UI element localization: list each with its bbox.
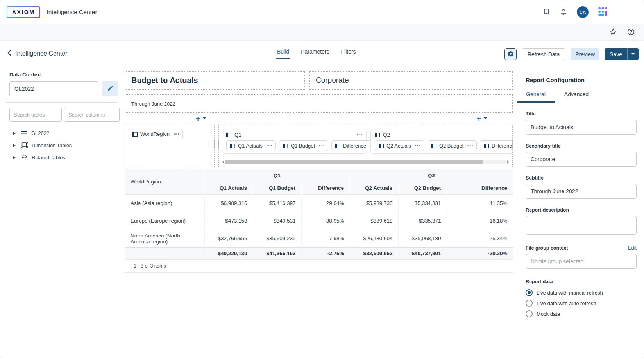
table-column-header: Difference xyxy=(447,182,513,194)
cell: 11.35% xyxy=(447,194,513,212)
preview-button[interactable]: Preview xyxy=(571,48,599,60)
totals-label xyxy=(125,247,204,259)
column-group-q2[interactable]: Q2 Q2 Actuals xyxy=(370,129,513,154)
add-row-dimension-control[interactable]: + xyxy=(196,115,206,122)
chip-label: Q1 Actuals xyxy=(238,143,263,149)
tab-filters[interactable]: Filters xyxy=(340,49,357,59)
column-dimensions-dropzone[interactable]: Q1 Q1 Actuals xyxy=(218,125,513,167)
avatar[interactable]: CA xyxy=(577,6,589,18)
column-group-q1[interactable]: Q1 Q1 Actuals xyxy=(222,129,367,154)
column-icon xyxy=(226,133,231,137)
subtitle-field-input[interactable] xyxy=(526,184,637,199)
search-columns-input[interactable] xyxy=(64,108,120,122)
scroll-right-icon[interactable] xyxy=(507,160,509,164)
radio-live-manual-refresh[interactable]: Live data with manual refresh xyxy=(526,289,637,296)
file-group-edit-link[interactable]: Edit xyxy=(628,245,637,251)
radio-unselected-icon[interactable] xyxy=(526,300,533,307)
row-dimensions-dropzone[interactable]: WorldRegion xyxy=(125,125,215,167)
radio-live-auto-refresh[interactable]: Live data with auto refresh xyxy=(526,300,637,307)
expand-caret-icon[interactable] xyxy=(13,132,16,135)
subtitle-block[interactable]: Through June 2022 xyxy=(125,94,513,113)
cell: $26,180,604 xyxy=(350,230,398,247)
plus-icon[interactable]: + xyxy=(196,115,200,122)
report-data-radio-group: Live data with manual refresh Live data … xyxy=(526,289,637,317)
scrollbar-thumb[interactable] xyxy=(225,160,483,164)
chip-q2-actuals[interactable]: Q2 Actuals xyxy=(375,140,424,151)
column-icon xyxy=(431,144,436,148)
tab-parameters[interactable]: Parameters xyxy=(300,49,330,59)
cell: 38.95% xyxy=(301,212,350,230)
add-column-dimension-control[interactable]: + xyxy=(477,115,487,122)
tree-item-label: GL2022 xyxy=(31,130,49,136)
chip-worldregion[interactable]: WorldRegion xyxy=(129,129,183,139)
column-icon xyxy=(132,132,138,137)
tree-item-dimension-tables[interactable]: Dimension Tables xyxy=(9,139,118,151)
settings-button[interactable] xyxy=(504,48,517,60)
radio-unselected-icon[interactable] xyxy=(526,310,533,317)
scroll-left-icon[interactable] xyxy=(222,160,224,164)
bookmark-button[interactable] xyxy=(542,8,550,17)
column-icon xyxy=(230,144,235,148)
chip-q2-difference[interactable]: Difference xyxy=(480,140,513,151)
secondary-title-field-input[interactable] xyxy=(526,152,637,167)
help-button[interactable] xyxy=(627,28,635,37)
table-column-header: Q1 Budget xyxy=(253,182,301,194)
tab-general[interactable]: General xyxy=(517,91,555,103)
chip-q1-actuals[interactable]: Q1 Actuals xyxy=(226,140,276,151)
description-field-textarea[interactable] xyxy=(526,216,637,235)
save-button-label[interactable]: Save xyxy=(605,48,627,60)
chip-q1-budget[interactable]: Q1 Budget xyxy=(279,140,328,151)
save-button[interactable]: Save xyxy=(605,48,639,60)
cell: $389,618 xyxy=(350,212,398,230)
search-tables-input[interactable] xyxy=(9,108,62,122)
total-cell: $40,229,130 xyxy=(204,247,253,259)
chip-label: Q2 Actuals xyxy=(386,143,411,149)
chevron-left-icon xyxy=(7,50,11,58)
app-grid-button[interactable] xyxy=(598,7,608,18)
chip-menu-button[interactable] xyxy=(174,133,179,135)
tab-build[interactable]: Build xyxy=(276,49,290,59)
table-group-header-q2: Q2 xyxy=(350,169,513,182)
chip-menu-button[interactable] xyxy=(467,145,473,146)
chip-menu-button[interactable] xyxy=(415,145,420,146)
scrollbar-track[interactable] xyxy=(225,160,506,164)
edit-context-button[interactable] xyxy=(102,81,118,96)
file-group-input[interactable] xyxy=(526,254,637,269)
axiom-logo-text: AXIOM xyxy=(7,7,39,17)
radio-label: Mock data xyxy=(537,311,560,317)
expand-caret-icon[interactable] xyxy=(13,144,16,147)
column-icon xyxy=(335,144,340,148)
back-link[interactable]: Intelligence Center xyxy=(7,50,67,58)
chip-q2-budget[interactable]: Q2 Budget xyxy=(428,140,477,151)
group-menu-button[interactable] xyxy=(357,134,362,135)
plus-icon[interactable]: + xyxy=(477,115,481,122)
data-context-input[interactable] xyxy=(9,81,98,96)
refresh-data-button[interactable]: Refresh Data xyxy=(522,48,565,60)
chevron-down-icon[interactable] xyxy=(484,117,487,119)
cell: $473,158 xyxy=(204,212,253,230)
notifications-button[interactable] xyxy=(560,8,567,17)
config-tabs: General Advanced xyxy=(517,91,637,103)
chip-menu-button[interactable] xyxy=(267,145,272,146)
tab-advanced[interactable]: Advanced xyxy=(555,91,598,103)
tree-item-related-tables[interactable]: Related Tables xyxy=(9,151,118,164)
tree-item-gl2022[interactable]: GL2022 xyxy=(9,127,118,139)
save-menu-button[interactable] xyxy=(628,48,639,60)
cell: $6,989,316 xyxy=(204,194,253,212)
axiom-logo[interactable]: AXIOM xyxy=(7,6,40,18)
columns-horizontal-scrollbar[interactable] xyxy=(222,159,509,164)
expand-caret-icon[interactable] xyxy=(13,156,16,159)
secondary-title-block[interactable]: Corporate xyxy=(309,71,513,90)
table-column-header: Difference xyxy=(301,182,350,194)
column-icon xyxy=(484,144,489,148)
report-title-block[interactable]: Budget to Actuals xyxy=(125,71,305,90)
report-tabs: Build Parameters Filters xyxy=(276,49,357,59)
favorite-button[interactable] xyxy=(609,27,617,37)
chip-label: Difference xyxy=(343,143,366,149)
radio-mock-data[interactable]: Mock data xyxy=(526,310,637,317)
chip-menu-button[interactable] xyxy=(319,145,324,146)
radio-selected-icon[interactable] xyxy=(526,289,533,296)
back-link-label: Intelligence Center xyxy=(15,50,67,57)
title-field-input[interactable] xyxy=(526,120,637,135)
chevron-down-icon[interactable] xyxy=(203,117,206,119)
